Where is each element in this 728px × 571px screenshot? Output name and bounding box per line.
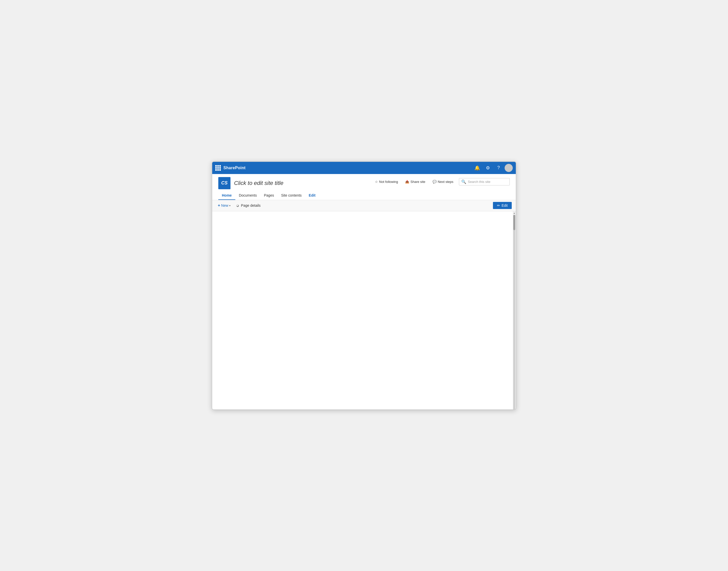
share-site-label: Share site: [411, 180, 426, 184]
app-launcher-icon[interactable]: [215, 165, 221, 171]
scroll-thumb[interactable]: [513, 215, 515, 230]
app-title: SharePoint: [223, 165, 246, 170]
edit-label: Edit: [502, 204, 508, 208]
scrollbar[interactable]: ▲ ▼: [513, 211, 516, 410]
new-button[interactable]: + New ▾: [216, 202, 232, 209]
next-steps-button[interactable]: 💬 Next steps: [431, 179, 455, 185]
settings-button[interactable]: ⚙: [483, 163, 492, 173]
help-button[interactable]: ?: [494, 163, 503, 173]
share-site-button[interactable]: 📤 Share site: [403, 179, 427, 185]
nav-item-pages[interactable]: Pages: [260, 191, 278, 200]
new-label: New: [221, 204, 228, 208]
main-content: ▲ ▼: [212, 211, 516, 410]
nav-item-home[interactable]: Home: [218, 191, 235, 200]
edit-page-button[interactable]: ✏ Edit: [493, 202, 512, 209]
top-navigation-bar: SharePoint 🔔 ⚙ ?: [212, 162, 516, 174]
star-icon: ☆: [375, 180, 378, 184]
scroll-track: [513, 215, 515, 410]
nav-item-edit[interactable]: Edit: [305, 191, 319, 200]
next-steps-icon: 💬: [433, 180, 437, 184]
top-bar-left: SharePoint: [215, 165, 246, 171]
page-details-button[interactable]: Page details: [234, 203, 262, 209]
site-title[interactable]: Click to edit site title: [234, 180, 283, 187]
search-box: 🔍: [459, 178, 510, 186]
chevron-down-icon: ▾: [229, 204, 231, 207]
notification-icon: 🔔: [474, 165, 480, 171]
nav-item-site-contents[interactable]: Site contents: [277, 191, 305, 200]
notification-button[interactable]: 🔔: [473, 163, 482, 173]
page-toolbar: + New ▾ Page details ✏ Edit: [212, 200, 516, 211]
site-header: CS Click to edit site title ☆ Not follow…: [212, 174, 516, 200]
top-bar-right: 🔔 ⚙ ?: [473, 163, 513, 173]
nav-item-documents[interactable]: Documents: [235, 191, 260, 200]
help-icon: ?: [497, 165, 500, 170]
toolbar-left: + New ▾ Page details: [216, 202, 262, 209]
share-icon: 📤: [405, 180, 409, 184]
site-header-actions: ☆ Not following 📤 Share site 💬 Next step…: [373, 177, 510, 186]
gear-icon: [236, 204, 240, 208]
page-details-label: Page details: [241, 204, 260, 208]
scroll-up-arrow[interactable]: ▲: [513, 211, 516, 214]
site-header-top: CS Click to edit site title ☆ Not follow…: [218, 177, 510, 189]
settings-icon: ⚙: [486, 165, 490, 171]
site-navigation: Home Documents Pages Site contents Edit: [218, 191, 510, 200]
next-steps-label: Next steps: [438, 180, 453, 184]
plus-icon: +: [218, 203, 220, 208]
site-identity: CS Click to edit site title: [218, 177, 283, 189]
not-following-label: Not following: [379, 180, 398, 184]
site-logo: CS: [218, 177, 231, 189]
user-avatar[interactable]: [505, 164, 513, 172]
search-icon: 🔍: [461, 179, 466, 184]
not-following-button[interactable]: ☆ Not following: [373, 179, 399, 185]
search-input[interactable]: [468, 180, 508, 184]
edit-pencil-icon: ✏: [497, 204, 500, 208]
